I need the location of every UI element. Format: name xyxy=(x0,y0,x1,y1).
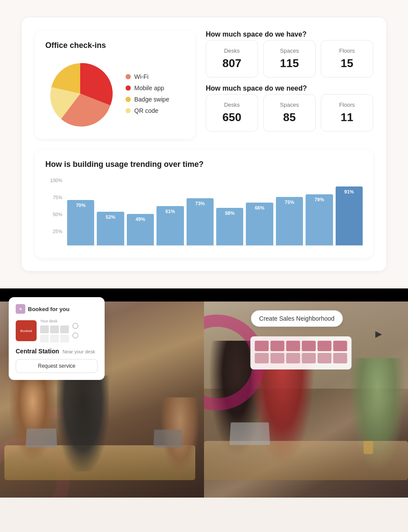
bar-label-6: 66% xyxy=(255,205,265,210)
ngrid-cell xyxy=(333,341,347,351)
space-stats-section: How much space do we have? Desks 807 Spa… xyxy=(206,30,373,139)
pie-chart xyxy=(45,59,115,129)
bar-group-2: 49% xyxy=(127,178,154,246)
space-need-cards: Desks 650 Spaces 85 Floors 11 xyxy=(206,94,373,132)
bottom-section: ✦ Booked for you Booked Your desk xyxy=(0,288,408,498)
location-name: Central Station xyxy=(16,348,59,355)
bar-label-1: 52% xyxy=(106,214,116,220)
bar-label-2: 49% xyxy=(136,217,145,222)
bar-0: 70% xyxy=(67,200,94,246)
laptop-r xyxy=(230,422,270,445)
ngrid-cell xyxy=(317,341,331,351)
wifi-label: Wi-Fi xyxy=(134,73,149,80)
have-floors-label: Floors xyxy=(326,47,367,54)
bar-label-4: 73% xyxy=(195,201,205,206)
top-section: Office check-ins xyxy=(0,0,408,288)
create-sales-neighborhood-button[interactable]: Create Sales Neighborhood xyxy=(251,310,343,327)
ngrid-cell xyxy=(255,341,269,351)
booked-badge: Booked xyxy=(17,327,34,335)
have-spaces-card: Spaces 115 xyxy=(263,40,316,78)
ngrid-cell-light xyxy=(302,353,316,363)
mobile-dot xyxy=(126,85,131,91)
mobile-label: Mobile app xyxy=(134,85,164,91)
laptop2 xyxy=(153,430,183,447)
bar-label-0: 70% xyxy=(76,203,85,208)
ngrid-cell xyxy=(286,341,300,351)
your-desk-label: Your desk xyxy=(40,319,69,323)
coffee-cup xyxy=(364,441,373,454)
desk-radio-1 xyxy=(72,323,78,329)
have-floors-value: 15 xyxy=(326,57,367,70)
ngrid-cell-light xyxy=(270,353,284,363)
bar-label-7: 75% xyxy=(285,200,294,205)
need-desks-value: 650 xyxy=(211,111,252,124)
space-have-cards: Desks 807 Spaces 115 Floors 15 xyxy=(206,40,373,78)
have-floors-card: Floors 15 xyxy=(321,40,373,78)
space-have-group: How much space do we have? Desks 807 Spa… xyxy=(206,30,373,78)
bar-group-6: 66% xyxy=(246,178,273,246)
trend-title: How is building usage trending over time… xyxy=(45,160,363,169)
bottom-left-panel: ✦ Booked for you Booked Your desk xyxy=(0,288,204,498)
booked-location: Central Station Near your desk xyxy=(16,348,98,355)
need-spaces-value: 85 xyxy=(269,111,310,124)
location-sub: Near your desk xyxy=(63,349,95,354)
desk-cell xyxy=(40,325,49,333)
booked-card: ✦ Booked for you Booked Your desk xyxy=(9,297,105,380)
legend-wifi: Wi-Fi xyxy=(126,73,169,80)
trend-card: How is building usage trending over time… xyxy=(35,149,373,258)
bar-label-8: 79% xyxy=(314,197,324,202)
booked-header: ✦ Booked for you xyxy=(16,304,98,314)
have-desks-label: Desks xyxy=(211,47,252,54)
desk-cell xyxy=(50,335,59,342)
desk-booked-col: Booked xyxy=(16,320,37,341)
space-have-title: How much space do we have? xyxy=(206,30,373,38)
laptop1 xyxy=(26,428,57,447)
qr-label: QR code xyxy=(134,107,158,114)
bottom-right-panel: Create Sales Neighborhood ▶ xyxy=(204,288,408,498)
bar-9: 91% xyxy=(336,186,363,246)
request-service-button[interactable]: Request service xyxy=(16,359,98,373)
bar-group-4: 73% xyxy=(187,178,214,246)
desk-cell xyxy=(40,335,49,342)
have-desks-value: 807 xyxy=(211,57,252,70)
booked-header-text: Booked for you xyxy=(28,306,69,312)
person1 xyxy=(9,376,57,463)
desk-booked-box: Booked xyxy=(16,320,37,341)
bar-group-9: 91% xyxy=(336,178,363,246)
need-desks-label: Desks xyxy=(211,102,252,108)
bar-label-9: 91% xyxy=(344,189,354,194)
checkins-content: Wi-Fi Mobile app Badge swipe QR cod xyxy=(45,59,185,129)
bar-group-1: 52% xyxy=(97,178,124,246)
bar-group-0: 70% xyxy=(67,178,94,246)
desk-layout: Your desk xyxy=(40,319,69,342)
bar-label-3: 61% xyxy=(165,209,175,214)
legend-badge: Badge swipe xyxy=(126,96,169,103)
need-floors-value: 11 xyxy=(326,111,367,124)
checkins-title: Office check-ins xyxy=(45,41,185,50)
neighborhood-grid-overlay xyxy=(250,336,351,369)
need-spaces-label: Spaces xyxy=(269,102,310,108)
bar-1: 52% xyxy=(97,212,124,246)
have-desks-card: Desks 807 xyxy=(206,40,258,78)
desk-cell xyxy=(60,335,69,342)
bar-chart: 100% 75% 50% 25% 70%52%49%61%73%58%66%75… xyxy=(45,178,363,247)
desk-cell xyxy=(50,325,59,333)
ngrid-cell-light xyxy=(333,353,347,363)
ngrid-cell-light xyxy=(317,353,331,363)
ngrid-cell-light xyxy=(255,353,269,363)
ngrid-row-1 xyxy=(255,341,347,351)
bar-4: 73% xyxy=(187,198,214,246)
qr-dot xyxy=(126,108,131,113)
y-label-75: 75% xyxy=(53,195,62,200)
y-axis: 100% 75% 50% 25% xyxy=(45,178,65,246)
top-row: Office check-ins xyxy=(35,30,373,139)
ngrid-cell-light xyxy=(286,353,300,363)
bar-8: 79% xyxy=(306,194,333,246)
legend-mobile: Mobile app xyxy=(126,85,169,91)
bar-group-3: 61% xyxy=(156,178,184,246)
ngrid-row-2 xyxy=(255,353,347,363)
bar-7: 75% xyxy=(276,197,303,246)
y-label-100: 100% xyxy=(50,178,62,183)
bar-group-8: 79% xyxy=(306,178,333,246)
bar-3: 61% xyxy=(156,206,184,246)
